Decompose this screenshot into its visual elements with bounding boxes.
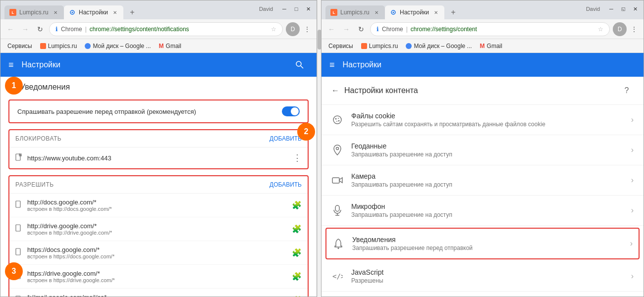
bookmark-gmail-right[interactable]: M Gmail — [477, 42, 505, 50]
allow-item-text-1: http://drive.google.com/* встроен в http… — [27, 222, 287, 236]
hamburger-icon-right[interactable]: ≡ — [329, 60, 335, 70]
svg-rect-10 — [16, 296, 20, 297]
block-add-btn[interactable]: ДОБАВИТЬ — [269, 135, 302, 142]
content-item-cookie[interactable]: Файлы cookie Разрешить сайтам сохранять … — [322, 105, 644, 135]
lumpics-favicon-left: L — [9, 9, 16, 16]
close-btn-left[interactable]: ✕ — [304, 4, 313, 13]
content-item-flash[interactable]: Flash Всегда спрашивать › — [322, 292, 644, 297]
youtube-url: https://www.youtube.com:443 — [27, 154, 288, 162]
content-item-mic[interactable]: Микрофон Запрашивать разрешение на досту… — [322, 196, 644, 226]
back-arrow-right[interactable]: ← — [331, 86, 339, 95]
tab-settings-right[interactable]: Настройки ✕ — [385, 5, 444, 19]
camera-icon — [331, 174, 343, 186]
tab-close-settings-left[interactable]: ✕ — [111, 9, 118, 16]
url-bar-right[interactable]: ℹ Chrome | chrome://settings/content ☆ — [370, 22, 610, 36]
minimize-btn-left[interactable]: ─ — [280, 4, 289, 13]
user-icon-right[interactable]: D — [613, 22, 627, 36]
lock-icon-right: ℹ — [376, 26, 379, 33]
camera-text: Камера Запрашивать разрешение на доступ — [351, 172, 623, 188]
bookmark-lumpics-left[interactable]: Lumpics.ru — [37, 42, 80, 50]
browser-window-right: L Lumpics.ru ✕ Настройки ✕ + David ─ ◱ ✕… — [321, 0, 644, 297]
tab-close-lumpics-right[interactable]: ✕ — [373, 9, 380, 16]
youtube-more-btn[interactable]: ⋮ — [293, 152, 302, 163]
toggle-label: Спрашивать разрешение перед отправкой (р… — [17, 108, 282, 115]
svg-rect-8 — [16, 248, 20, 255]
hamburger-icon-left[interactable]: ≡ — [8, 60, 14, 70]
step-badge-1: 1 — [5, 77, 23, 95]
restore-btn-right[interactable]: ◱ — [619, 4, 628, 13]
back-btn-left[interactable]: ← — [4, 23, 16, 35]
content-settings-back-nav: ← Настройки контента ? — [322, 77, 644, 105]
back-btn-right[interactable]: ← — [325, 23, 337, 35]
ext-icon-0[interactable]: 🧩 — [292, 200, 302, 210]
step-badge-3: 3 — [5, 262, 23, 280]
svg-rect-19 — [332, 178, 339, 183]
help-icon-right[interactable]: ? — [620, 84, 634, 98]
toggle-switch-notifications[interactable] — [282, 106, 300, 116]
bookmark-star-left[interactable]: ☆ — [271, 26, 276, 33]
google-drive-bm-icon-left — [85, 43, 91, 49]
lumpics-bm-icon-right — [361, 43, 367, 49]
allow-item-text-4: *://mail.google.com/mail/ca* встроен в *… — [27, 294, 287, 297]
content-item-notifications[interactable]: Уведомления Запрашивать разрешение перед… — [325, 228, 640, 259]
menu-icon-left[interactable]: ⋮ — [302, 24, 313, 35]
svg-point-17 — [338, 120, 340, 122]
tab-lumpics-left[interactable]: L Lumpics.ru ✕ — [4, 5, 64, 19]
tab-settings-left[interactable]: Настройки ✕ — [64, 5, 123, 19]
bookmark-google-drive-right[interactable]: Мой диск – Google ... — [403, 42, 475, 50]
bookmark-services-right[interactable]: Сервисы — [325, 42, 356, 50]
allow-section: Разрешить ДОБАВИТЬ http://docs.google.co… — [8, 175, 309, 297]
toggle-row-notifications: Спрашивать разрешение перед отправкой (р… — [8, 99, 309, 123]
ext-icon-2[interactable]: 🧩 — [292, 248, 302, 257]
new-tab-button-right[interactable]: + — [446, 5, 460, 19]
svg-point-18 — [336, 148, 339, 150]
minimize-btn-right[interactable]: ─ — [607, 4, 616, 13]
refresh-btn-left[interactable]: ↻ — [34, 23, 46, 35]
forward-btn-right[interactable]: → — [340, 23, 352, 35]
refresh-btn-right[interactable]: ↻ — [355, 23, 367, 35]
window-controls-right: David ─ ◱ ✕ — [586, 4, 640, 13]
close-btn-right[interactable]: ✕ — [631, 4, 640, 13]
tab-close-settings-right[interactable]: ✕ — [432, 9, 439, 16]
gmail-icon-right: M — [480, 43, 485, 50]
tab-lumpics-right[interactable]: L Lumpics.ru ✕ — [325, 5, 385, 19]
ext-icon-4[interactable]: 🧩 — [292, 296, 302, 297]
svg-rect-6 — [16, 201, 20, 207]
mic-text: Микрофон Запрашивать разрешение на досту… — [351, 202, 623, 218]
new-tab-button-left[interactable]: + — [125, 5, 139, 19]
notifications-text: Уведомления Запрашивать разрешение перед… — [352, 236, 622, 251]
notifications-title: Уведомления — [20, 83, 70, 92]
menu-icon-right[interactable]: ⋮ — [629, 24, 640, 35]
tab-close-lumpics-left[interactable]: ✕ — [52, 9, 59, 16]
content-item-js[interactable]: </> JavaScript Разрешены › — [322, 261, 644, 292]
bookmark-lumpics-right[interactable]: Lumpics.ru — [358, 42, 401, 50]
maximize-btn-left[interactable]: □ — [292, 4, 301, 13]
notifications-back-nav: ← Уведомления — [0, 77, 317, 98]
bookmark-google-drive-left[interactable]: Мой диск – Google ... — [82, 42, 154, 50]
url-bar-left[interactable]: ℹ Chrome | chrome://settings/content/not… — [49, 22, 283, 36]
user-icon-left[interactable]: D — [286, 22, 300, 36]
content-item-camera[interactable]: Камера Запрашивать разрешение на доступ … — [322, 165, 644, 196]
settings-body-left: ← Уведомления Спрашивать разрешение пере… — [0, 77, 317, 297]
allow-add-btn[interactable]: ДОБАВИТЬ — [269, 181, 302, 188]
svg-rect-4 — [16, 154, 20, 160]
svg-rect-7 — [16, 225, 20, 231]
content-item-geo[interactable]: Геоданные Запрашивать разрешение на дост… — [322, 135, 644, 165]
ext-icon-1[interactable]: 🧩 — [292, 224, 302, 234]
svg-point-2 — [296, 61, 301, 66]
file-icon-youtube — [15, 153, 22, 163]
forward-btn-left[interactable]: → — [19, 23, 31, 35]
scrollbar-left[interactable] — [317, 0, 321, 297]
content-back-left: ← Настройки контента — [331, 86, 418, 95]
search-btn-left[interactable] — [291, 56, 309, 74]
lock-icon-left: ℹ — [55, 26, 58, 33]
ext-icon-3[interactable]: 🧩 — [292, 272, 302, 281]
svg-point-16 — [336, 121, 337, 122]
gmail-icon-left: M — [159, 43, 164, 50]
bookmark-star-right[interactable]: ☆ — [598, 26, 603, 33]
settings-header-left: ≡ Настройки — [0, 53, 317, 77]
svg-line-3 — [301, 66, 303, 68]
bookmark-services-left[interactable]: Сервисы — [4, 42, 35, 50]
mic-icon — [331, 204, 343, 216]
bookmark-gmail-left[interactable]: M Gmail — [156, 42, 184, 50]
